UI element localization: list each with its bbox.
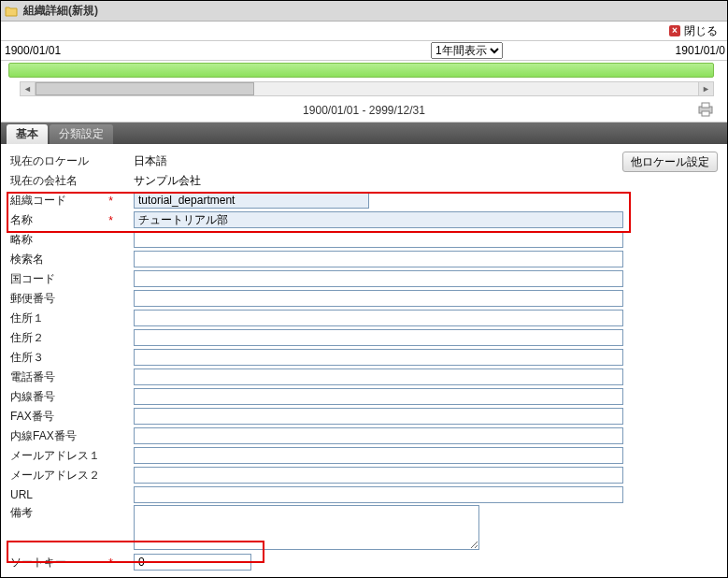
date-range-text: 1900/01/01 - 2999/12/31 xyxy=(303,104,425,117)
label-name: 名称* xyxy=(10,212,119,228)
scroll-thumb[interactable] xyxy=(36,82,254,95)
content-area: 他ロケール設定 現在のロケール 日本語 現在の会社名 サンプル会社 組織コード*… xyxy=(1,144,727,577)
label-addr1: 住所１ xyxy=(10,311,119,326)
scroll-right-icon[interactable]: ► xyxy=(698,82,713,95)
label-org-code: 組織コード* xyxy=(10,193,119,209)
input-country-code[interactable] xyxy=(134,270,623,287)
value-current-company: サンプル会社 xyxy=(119,173,201,189)
input-fax[interactable] xyxy=(134,408,623,425)
label-postal-code: 郵便番号 xyxy=(10,291,119,307)
scroll-left-icon[interactable]: ◄ xyxy=(21,82,36,95)
print-icon[interactable] xyxy=(697,102,714,117)
input-phone[interactable] xyxy=(134,368,623,385)
timeline-scrollbar[interactable]: ◄ ► xyxy=(20,81,714,96)
input-name[interactable] xyxy=(134,211,623,228)
range-row: 1900/01/01 - 2999/12/31 xyxy=(1,98,727,123)
date-row: 1900/01/01 1年間表示 1901/01/0 xyxy=(1,40,727,61)
scroll-track[interactable] xyxy=(36,82,698,95)
date-left: 1900/01/01 xyxy=(5,44,61,57)
tab-category[interactable]: 分類設定 xyxy=(50,124,113,144)
close-icon[interactable]: × xyxy=(669,25,680,36)
input-ext-fax[interactable] xyxy=(134,427,623,444)
input-sort-key[interactable] xyxy=(134,554,251,571)
input-addr1[interactable] xyxy=(134,310,623,326)
label-phone: 電話番号 xyxy=(10,369,119,385)
label-sort-key: ソートキー* xyxy=(10,555,119,571)
label-ext-fax: 内線FAX番号 xyxy=(10,428,119,444)
label-abbr: 略称 xyxy=(10,232,119,248)
input-addr3[interactable] xyxy=(134,349,623,366)
other-locale-button[interactable]: 他ロケール設定 xyxy=(622,152,718,172)
label-email1: メールアドレス１ xyxy=(10,448,119,464)
label-addr2: 住所２ xyxy=(10,330,119,346)
input-url[interactable] xyxy=(134,486,623,503)
input-addr2[interactable] xyxy=(134,329,623,346)
date-right: 1901/01/0 xyxy=(676,44,725,57)
svg-rect-2 xyxy=(702,111,709,116)
label-ext: 内線番号 xyxy=(10,389,119,405)
label-url: URL xyxy=(10,488,119,501)
input-ext[interactable] xyxy=(134,388,623,405)
input-email2[interactable] xyxy=(134,467,623,484)
input-abbr[interactable] xyxy=(134,231,623,248)
input-email1[interactable] xyxy=(134,447,623,464)
label-current-locale: 現在のロケール xyxy=(10,153,119,169)
timeline-bar[interactable] xyxy=(8,63,714,78)
label-memo: 備考 xyxy=(10,505,119,521)
input-memo[interactable] xyxy=(134,505,479,550)
label-search-name: 検索名 xyxy=(10,252,119,267)
folder-icon xyxy=(5,5,18,18)
range-select[interactable]: 1年間表示 xyxy=(431,42,503,59)
close-row: × 閉じる xyxy=(1,22,727,40)
tabs: 基本 分類設定 xyxy=(1,123,727,144)
value-current-locale: 日本語 xyxy=(119,153,167,169)
tab-basic[interactable]: 基本 xyxy=(7,124,48,144)
label-country-code: 国コード xyxy=(10,271,119,287)
close-button[interactable]: 閉じる xyxy=(684,23,718,39)
label-email2: メールアドレス２ xyxy=(10,468,119,484)
window-title: 組織詳細(新規) xyxy=(23,3,98,19)
label-fax: FAX番号 xyxy=(10,409,119,425)
timeline-area: ◄ ► xyxy=(1,61,727,98)
input-org-code[interactable] xyxy=(134,192,369,209)
label-current-company: 現在の会社名 xyxy=(10,173,119,189)
input-postal-code[interactable] xyxy=(134,290,623,307)
svg-rect-1 xyxy=(702,103,709,108)
label-addr3: 住所３ xyxy=(10,350,119,366)
input-search-name[interactable] xyxy=(134,251,623,267)
title-bar: 組織詳細(新規) xyxy=(1,1,727,22)
